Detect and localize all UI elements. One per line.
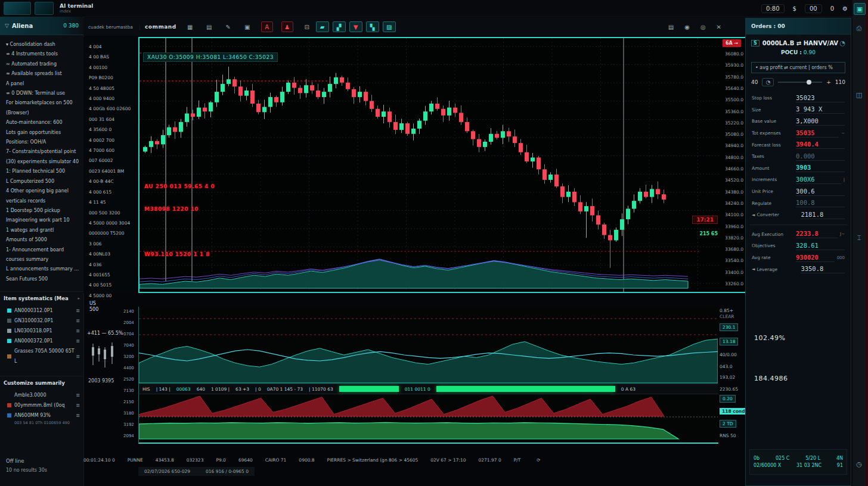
watch-row[interactable]: 000 500 3200 (83, 208, 138, 218)
chart-preview-thumbnail[interactable] (4, 2, 31, 15)
sidebar-nav-item[interactable]: ≈ Automated trading (0, 60, 83, 69)
sort-caret-icon[interactable]: ▸ (78, 296, 80, 301)
form-row-value[interactable]: 3903 (796, 164, 845, 172)
target-icon[interactable]: ◎ (700, 24, 706, 30)
sidebar-nav-item[interactable]: verticals records (0, 197, 83, 206)
form-row-value[interactable]: 3940.4 (796, 141, 845, 149)
layout-grid-icon[interactable]: ▦ (185, 22, 196, 32)
form-row[interactable]: Objectives328.61 (746, 240, 851, 252)
form-row[interactable]: Regulate100.8 (746, 197, 851, 209)
watch-row[interactable]: 4 001655 (83, 270, 138, 280)
summary-item[interactable]: Amble3.0000≣ (4, 390, 80, 400)
dial-icon[interactable]: ◔ (762, 78, 774, 86)
form-row[interactable]: ◄Converter2181.8 (746, 209, 851, 221)
indicator-charts[interactable]: HIS| 143 |000636401 0109 |63 +3| 00A70 1… (138, 307, 718, 444)
sidebar-nav-item[interactable]: (30) experiments simulator 40 (0, 157, 83, 167)
currency-icon[interactable]: $ (793, 5, 796, 12)
sidebar-nav-item[interactable]: Auto-maintenance: 600 (0, 118, 83, 127)
sidebar-nav-item[interactable]: 4 Other opening big panel (0, 186, 83, 196)
sidebar-nav-item[interactable]: Sean Futures 500 (0, 275, 83, 284)
candlestick-chart-canvas[interactable] (140, 38, 720, 292)
sidebar-nav-item[interactable]: 1: Planned technical 500 (0, 167, 83, 176)
watch-row[interactable]: 4 00-B 44C (83, 176, 138, 186)
watch-row[interactable]: 4 11 45 (83, 197, 138, 207)
form-row[interactable]: Unit Price300.6 (746, 186, 851, 198)
form-row[interactable]: Forecast loss3940.4 (746, 139, 851, 151)
sidebar-nav-item[interactable]: Lots gain opportunities (0, 128, 83, 138)
item-menu-icon[interactable]: ≣ (76, 306, 80, 316)
toolbar-tab[interactable]: cuadek berumastba (83, 24, 140, 30)
draw-icon[interactable]: ✎ (223, 22, 234, 32)
refresh-circle-icon[interactable]: ◔ (839, 39, 845, 47)
item-menu-icon[interactable]: ≣ (76, 400, 80, 410)
sidebar-nav-item[interactable]: ≡ Available spreads list (0, 69, 83, 79)
summary-item[interactable]: AN600MM 93%≣ (4, 410, 80, 420)
filter-funnel-icon[interactable]: ▽ (5, 23, 9, 29)
watch-row[interactable]: 4 000 9400 (83, 94, 138, 104)
form-row-value[interactable]: 0.000 (796, 152, 845, 161)
order-filter-input[interactable] (751, 62, 845, 73)
frame-icon[interactable]: ▣ (242, 22, 253, 32)
form-row[interactable]: Amount3903 (746, 163, 851, 175)
item-menu-icon[interactable]: ≣ (76, 326, 80, 336)
sidebar-nav-item[interactable]: Amounts of 5000 (0, 235, 83, 245)
sidebar-nav-item[interactable]: ≡ 0 DOWN: Terminal use (0, 89, 83, 98)
item-menu-icon[interactable]: ≣ (76, 351, 80, 362)
watchlist-item[interactable]: GN3100032.0P1≣ (4, 316, 80, 326)
watch-row[interactable]: 4 000 615 (83, 187, 138, 197)
form-row-value[interactable]: 3350.8 (801, 265, 845, 273)
marker-icon[interactable]: ♟ (281, 21, 293, 32)
watch-row[interactable]: 4 35600 0 (83, 124, 138, 135)
settings-gear-icon[interactable]: ⚙ (842, 5, 848, 12)
form-row-value[interactable]: 2233.8 (796, 230, 838, 238)
candle-style-4-icon[interactable]: ▨ (383, 21, 396, 32)
side-panel-icon[interactable]: ◫ (854, 89, 864, 100)
cursor-tool-icon[interactable]: ⌶ (854, 232, 864, 243)
watch-row[interactable]: 4 00 BAS (83, 52, 138, 62)
form-row[interactable]: Base value3,X000 (746, 116, 851, 127)
watch-row[interactable]: 000 31 604 (83, 114, 138, 124)
form-row-value[interactable]: 35023 (796, 94, 845, 102)
watchlist-item[interactable]: AN0000372.0P1≣ (4, 336, 80, 346)
sidebar-nav-item[interactable]: A panel (0, 79, 83, 89)
watchlist-item[interactable]: AN0000312.0P1≣ (4, 306, 80, 316)
form-row[interactable]: Increments300X6| (746, 174, 851, 186)
sidebar-nav-item[interactable]: L announcements summary 500 (0, 264, 83, 274)
form-row-value[interactable]: 2181.8 (801, 211, 845, 219)
panel-list-icon[interactable]: ▤ (668, 24, 674, 30)
watch-row[interactable]: 4 00 5015 (83, 280, 138, 290)
form-row-value[interactable]: 3 943 X (796, 105, 845, 114)
sidebar-nav-item[interactable]: For biomarketplaces on 500 (0, 98, 83, 108)
sidebar-nav-item[interactable]: ▾ Consolidation dash (0, 40, 83, 49)
sidebar-nav-item[interactable]: Positions: OOH/A (0, 138, 83, 147)
clock-icon[interactable]: ◷ (854, 459, 864, 469)
form-row-value[interactable]: 930020 (796, 254, 835, 262)
candle-style-2-icon[interactable]: ▞ (333, 21, 346, 32)
order-panel-header[interactable]: Orders : 00 (746, 18, 851, 35)
item-menu-icon[interactable]: ≣ (76, 410, 80, 420)
summary-item[interactable]: 00ymmmm.8ml (0oq≣ (4, 400, 80, 410)
watch-row[interactable]: 0000000 T5200 (83, 228, 138, 238)
form-row-value[interactable]: 3,X000 (796, 117, 845, 126)
qty-plus[interactable]: + (826, 79, 831, 85)
watch-row[interactable]: 4 00Gb 600 02600 (83, 104, 138, 114)
sidebar-header[interactable]: ▽ Aliena 0 380 (0, 17, 83, 35)
split-window-icon[interactable]: ⊟ (302, 22, 312, 32)
watch-row[interactable]: 3 006 (83, 239, 138, 249)
quantity-slider[interactable] (778, 82, 822, 83)
panel-a-header[interactable]: Item systematics (Mea ▸ (4, 295, 80, 301)
watch-row[interactable]: 4 7000 600 (83, 145, 138, 155)
row-collapse-icon[interactable]: ◄ (752, 213, 755, 217)
sidebar-nav-item[interactable]: 1- Announcement board (0, 245, 83, 255)
candle-style-3-icon[interactable]: ▚ (366, 21, 379, 32)
form-row-value[interactable]: 100.8 (796, 199, 845, 207)
main-chart[interactable]: XAU30 O:35009 H:35081 L:34650 C:35023 AU… (138, 37, 745, 293)
close-icon[interactable]: ✕ (717, 24, 721, 30)
form-row[interactable]: Avg rate930020000 (746, 252, 851, 264)
watch-row[interactable]: 4 50 48005 (83, 83, 138, 94)
sidebar-nav-item[interactable]: L Computerized 500 (0, 177, 83, 186)
form-row[interactable]: Size3 943 X (746, 104, 851, 116)
item-menu-icon[interactable]: ≣ (76, 316, 80, 326)
form-row[interactable]: Avg Execution2233.8J~ (746, 229, 851, 241)
watch-row[interactable]: 4 0002 700 (83, 135, 138, 145)
